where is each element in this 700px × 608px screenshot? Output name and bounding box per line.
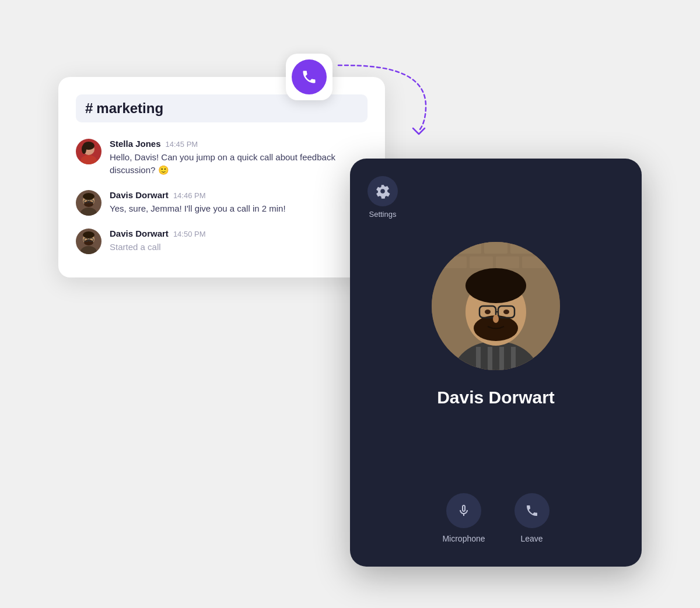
caller-avatar-container: [432, 242, 560, 370]
svg-rect-26: [496, 256, 519, 268]
svg-point-41: [503, 310, 509, 314]
svg-rect-19: [432, 242, 455, 254]
message-text-2: Yes, sure, Jemma! I'll give you a call i…: [110, 202, 368, 216]
svg-point-40: [485, 310, 491, 314]
settings-label: Settings: [369, 210, 397, 219]
message-3-header: Davis Dorwart 14:50 PM: [110, 229, 368, 238]
svg-point-3: [82, 145, 86, 154]
caller-avatar-image: [432, 242, 560, 370]
channel-name: marketing: [96, 100, 163, 117]
davis-avatar-1: [76, 190, 102, 216]
svg-rect-21: [484, 242, 508, 254]
phone-leave-icon: [525, 504, 539, 518]
leave-icon-circle: [514, 493, 550, 528]
phone-floating-button[interactable]: [286, 54, 332, 100]
sender-name-2: Davis Dorwart: [110, 190, 169, 200]
svg-point-7: [83, 193, 94, 200]
microphone-icon-circle: [446, 493, 481, 528]
sender-name-1: Stella Jones: [110, 139, 161, 149]
leave-label: Leave: [521, 534, 543, 543]
message-1-header: Stella Jones 14:45 PM: [110, 139, 368, 149]
timestamp-1: 14:45 PM: [166, 140, 198, 149]
sender-name-3: Davis Dorwart: [110, 229, 169, 238]
davis-avatar-2: [76, 229, 102, 254]
svg-rect-22: [510, 242, 534, 254]
svg-rect-23: [537, 242, 560, 254]
message-2: Davis Dorwart 14:46 PM Yes, sure, Jemma!…: [76, 190, 368, 216]
scene: # marketing: [58, 42, 642, 567]
svg-point-0: [80, 155, 97, 164]
message-text-3: Started a call: [110, 241, 368, 254]
message-3-body: Davis Dorwart 14:50 PM Started a call: [110, 229, 368, 254]
timestamp-3: 14:50 PM: [173, 230, 206, 238]
channel-hash: #: [85, 100, 93, 117]
message-1-body: Stella Jones 14:45 PM Hello, Davis! Can …: [110, 139, 368, 177]
svg-rect-25: [470, 256, 493, 268]
phone-icon-circle: [292, 59, 327, 94]
svg-point-35: [466, 268, 526, 303]
svg-point-6: [84, 201, 93, 207]
settings-section: Settings: [368, 176, 398, 219]
message-text-1: Hello, Davis! Can you jump on a quick ca…: [110, 151, 368, 177]
gear-icon: [375, 184, 390, 199]
microphone-icon: [457, 504, 471, 518]
svg-rect-24: [443, 256, 467, 268]
caller-avatar: [432, 242, 560, 370]
message-2-header: Davis Dorwart 14:46 PM: [110, 190, 368, 200]
message-2-body: Davis Dorwart 14:46 PM Yes, sure, Jemma!…: [110, 190, 368, 216]
svg-point-11: [80, 246, 97, 254]
svg-rect-27: [522, 256, 545, 268]
call-panel: Settings: [350, 159, 642, 567]
stella-avatar: [76, 139, 102, 164]
phone-icon: [301, 69, 317, 85]
message-1: Stella Jones 14:45 PM Hello, Davis! Can …: [76, 139, 368, 177]
settings-button[interactable]: [368, 176, 398, 206]
svg-rect-20: [458, 242, 481, 254]
messages-list: Stella Jones 14:45 PM Hello, Davis! Can …: [76, 139, 368, 254]
message-3: Davis Dorwart 14:50 PM Started a call: [76, 229, 368, 254]
leave-button[interactable]: Leave: [514, 493, 550, 543]
microphone-label: Microphone: [442, 534, 485, 543]
svg-point-14: [83, 231, 94, 238]
caller-name: Davis Dorwart: [437, 388, 555, 407]
svg-point-13: [84, 240, 93, 245]
svg-point-42: [493, 315, 499, 323]
timestamp-2: 14:46 PM: [173, 191, 206, 200]
chat-panel: # marketing: [58, 77, 385, 277]
call-controls: Microphone Leave: [442, 493, 549, 543]
svg-point-4: [80, 208, 97, 216]
microphone-button[interactable]: Microphone: [442, 493, 485, 543]
